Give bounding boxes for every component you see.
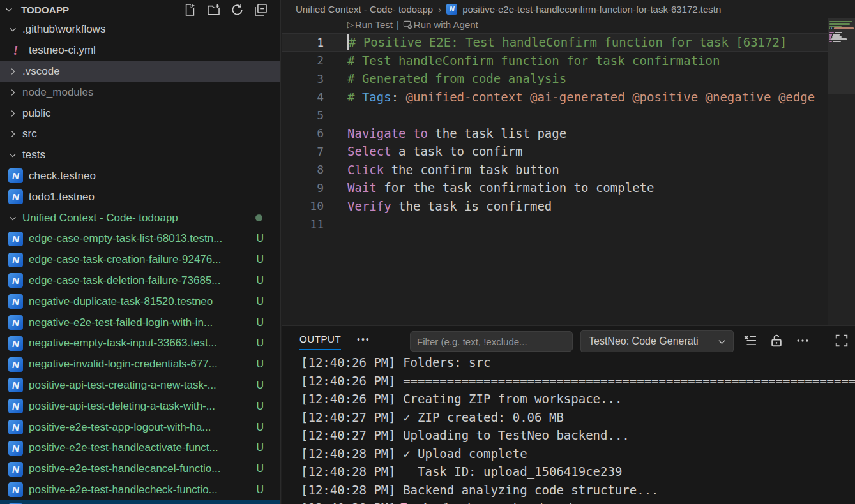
git-status-badge: U — [256, 254, 264, 265]
new-folder-icon[interactable] — [207, 3, 220, 17]
line-number: 8 — [282, 163, 324, 176]
log-line: [12:40:26 PM] ==========================… — [282, 372, 855, 390]
tree-item-folder[interactable]: node_modules — [0, 82, 280, 103]
tree-item-folder[interactable]: tests — [0, 145, 280, 166]
testneo-file-icon: N — [8, 315, 23, 330]
tree-item-folder[interactable]: public — [0, 103, 280, 124]
run-test-link[interactable]: ▷ Run Test — [347, 19, 393, 30]
chevron-down-icon[interactable] — [3, 4, 14, 15]
testneo-file-icon: N — [8, 378, 23, 392]
refresh-icon[interactable] — [231, 3, 244, 17]
indent-guide — [6, 186, 6, 207]
breadcrumb: Unified Context - Code- todoapp › N posi… — [282, 0, 855, 18]
line-number: 7 — [282, 145, 324, 158]
log-message: Task ID: upload_1506419ce239 — [396, 464, 623, 478]
log-message: Uploading to TestNeo backend... — [396, 428, 630, 442]
more-actions-icon[interactable] — [796, 334, 810, 348]
code-token: # — [347, 90, 362, 104]
collapse-all-icon[interactable] — [254, 3, 268, 17]
testneo-file-icon: N — [8, 273, 23, 288]
more-tabs-icon[interactable]: ••• — [357, 334, 370, 345]
tree-item-file[interactable]: Npositive-e2e-test-handlecancel-functio.… — [0, 459, 280, 480]
code-line[interactable]: 7Select a task to confirm — [282, 142, 828, 161]
tree-item-file[interactable]: Ncheck.testneo — [0, 166, 280, 187]
code-line[interactable]: 4# Tags: @unified-context @ai-generated … — [282, 88, 828, 107]
minimap-line — [829, 36, 854, 38]
tree-item-file[interactable]: Nnegative-duplicate-task-81520.testneoU — [0, 291, 280, 312]
tree-item-file[interactable]: Npositive-e2e-test-handleactivate-funct.… — [0, 438, 280, 459]
code-line[interactable]: 11 — [282, 215, 828, 233]
tree-item-file[interactable]: Nedge-case-task-creation-failure-92476..… — [0, 249, 280, 271]
tree-item-folder[interactable]: .github\workflows — [0, 19, 280, 40]
file-label: positive-e2e-test-handlecancel-functio..… — [29, 463, 252, 475]
tree-item-file[interactable]: Npositive-api-test-deleting-a-task-with-… — [0, 396, 280, 417]
tree-item-file[interactable]: Nnegative-e2e-test-failed-login-with-in.… — [0, 312, 280, 333]
tree-item-file[interactable]: Npositive-api-test-creating-a-new-task-.… — [0, 375, 280, 396]
run-with-agent-link[interactable]: Run with Agent — [403, 19, 478, 30]
tree-item-folder[interactable]: Unified Context - Code- todoapp — [0, 207, 280, 228]
minimap-line — [829, 32, 854, 33]
tree-item-file[interactable]: Npositive-e2e-test-app-logout-with-ha...… — [0, 417, 280, 438]
tree-item-file[interactable]: Nnegative-empty-task-input-33663.test...… — [0, 333, 280, 354]
breadcrumb-folder[interactable]: Unified Context - Code- todoapp — [296, 4, 433, 15]
minimap[interactable] — [828, 18, 855, 325]
code-line[interactable]: 1# Positive E2E: Test handleConfirm func… — [282, 33, 828, 52]
output-channel-select[interactable]: TestNeo: Code Generati — [580, 330, 734, 352]
tree-item-file[interactable]: Npositive-e2e-test-handlecheck-functio..… — [0, 480, 280, 501]
maximize-panel-icon[interactable] — [835, 334, 849, 348]
file-label: todo1.testneo — [29, 191, 280, 204]
tree-item-file[interactable]: Ntodo1.testneo — [0, 186, 280, 207]
line-number: 1 — [282, 36, 324, 49]
line-number: 3 — [282, 72, 324, 85]
code-token: # Positive E2E: Test handleConfirm funct… — [349, 35, 787, 49]
line-number: 5 — [282, 108, 324, 122]
code-token: a task to confirm — [391, 144, 523, 158]
code-line[interactable]: 5 — [282, 106, 828, 124]
line-number: 9 — [282, 181, 324, 195]
new-file-icon[interactable] — [183, 3, 197, 17]
code-line[interactable]: 3# Generated from code analysis — [282, 70, 828, 88]
file-label: public — [22, 107, 280, 120]
code-line[interactable]: 10Verify the task is confirmed — [282, 197, 828, 216]
log-timestamp: [12:40:27 PM] — [301, 410, 396, 424]
output-log[interactable]: [12:40:26 PM] Folders: src[12:40:26 PM] … — [282, 356, 855, 504]
minimap-segment — [829, 26, 842, 27]
minimap-line — [829, 21, 854, 22]
code-line[interactable]: 2# Test handleConfirm function for task … — [282, 52, 828, 70]
minimap-segment — [829, 34, 832, 35]
tree-item-file[interactable]: Nedge-case-task-deletion-failure-73685..… — [0, 271, 280, 292]
file-label: testneo-ci.yml — [29, 44, 280, 57]
log-timestamp: [12:40:28 PM] — [301, 483, 396, 497]
file-label: positive-e2e-test-handleactivate-funct..… — [29, 441, 252, 454]
code-token: Select — [347, 144, 391, 158]
code-editor[interactable]: 1# Positive E2E: Test handleConfirm func… — [282, 33, 828, 233]
git-status-badge: U — [256, 380, 264, 391]
tree-item-file[interactable]: Nedge-case-empty-task-list-68013.testn..… — [0, 228, 280, 249]
tree-item-file[interactable]: N — [0, 500, 280, 504]
tree-item-file[interactable]: !testneo-ci.yml — [0, 40, 280, 61]
explorer-title: TODOAPP — [21, 4, 69, 15]
minimap-line — [829, 26, 854, 27]
code-token: the confirm task button — [384, 163, 559, 177]
code-line[interactable]: 8Click the confirm task button — [282, 161, 828, 179]
testneo-file-icon: N — [8, 399, 23, 413]
code-line[interactable]: 9Wait for the task confirmation to compl… — [282, 179, 828, 197]
output-filter-input[interactable] — [410, 331, 573, 352]
tab-output[interactable]: OUTPUT — [299, 334, 341, 350]
file-label: positive-api-test-deleting-a-task-with-.… — [29, 400, 252, 413]
tree-item-folder[interactable]: src — [0, 124, 280, 145]
log-message: ========================================… — [396, 374, 855, 388]
output-panel: OUTPUT ••• TestNeo: Code Generati — [282, 325, 855, 504]
code-line[interactable]: 6Navigate to the task list page — [282, 124, 828, 143]
minimap-segment — [829, 41, 832, 42]
file-label: src — [22, 128, 280, 140]
unlock-icon[interactable] — [769, 334, 783, 348]
testneo-file-icon: N — [8, 232, 23, 246]
breadcrumb-file[interactable]: positive-e2e-test-handleconfirm-function… — [462, 4, 721, 15]
git-status-badge: U — [256, 422, 264, 433]
tree-item-file[interactable]: Nnegative-invalid-login-credentials-677.… — [0, 354, 280, 375]
minimap-line — [829, 41, 854, 42]
tree-item-folder[interactable]: .vscode — [0, 61, 280, 82]
minimap-segment — [829, 38, 831, 40]
clear-output-icon[interactable] — [743, 334, 757, 348]
